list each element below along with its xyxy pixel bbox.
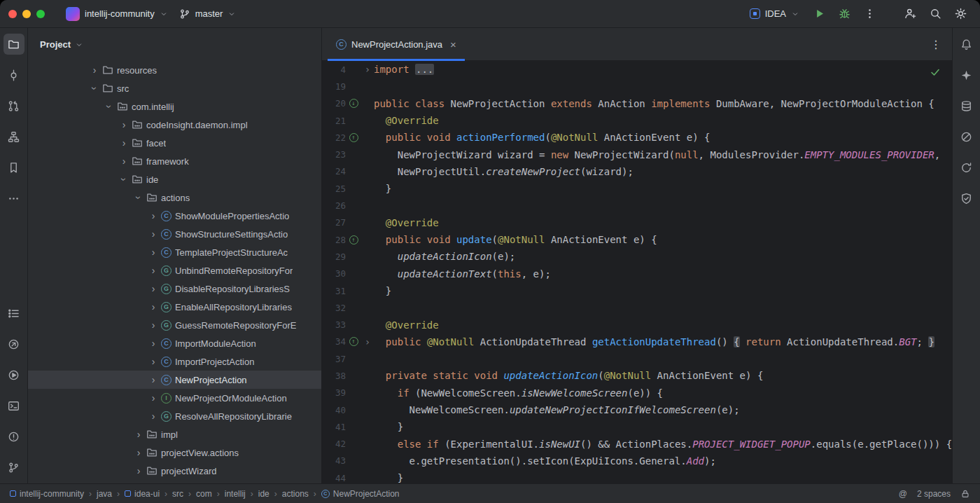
breadcrumb-item-actions[interactable]: actions: [282, 489, 309, 499]
breadcrumb-item-src[interactable]: src: [172, 489, 183, 499]
tree-item-enableallrepositorylibraries[interactable]: ›GEnableAllRepositoryLibraries: [28, 298, 321, 316]
breadcrumb-item-newprojectaction[interactable]: CNewProjectAction: [321, 489, 400, 499]
tool-window-button-notifications[interactable]: [956, 34, 977, 55]
line-number[interactable]: 19: [322, 81, 346, 92]
code-line-33[interactable]: 33 @Override: [322, 316, 952, 333]
code-line-27[interactable]: 27 @Override: [322, 214, 952, 231]
fold-chevron-icon[interactable]: ›: [365, 64, 370, 74]
line-number[interactable]: 4: [322, 64, 346, 75]
code-line-29[interactable]: 29 updateActionIcon(e);: [322, 248, 952, 265]
minimize-window-button[interactable]: [22, 10, 31, 18]
code-line-38[interactable]: 38 private static void updateActionIcon(…: [322, 367, 952, 384]
tool-window-button-build-sync[interactable]: [956, 157, 977, 178]
chevron-collapsed-icon[interactable]: ›: [148, 247, 159, 257]
code-line-43[interactable]: 43 e.getPresentation().setIcon(ExpUiIcon…: [322, 453, 952, 469]
breadcrumb-item-com[interactable]: com: [196, 489, 212, 499]
tree-item-showstructuresettingsactio[interactable]: ›CShowStructureSettingsActio: [28, 225, 321, 243]
chevron-collapsed-icon[interactable]: ›: [118, 138, 130, 148]
tree-item-importmoduleaction[interactable]: ›CImportModuleAction: [28, 334, 321, 352]
tool-window-button-version-control[interactable]: [4, 457, 24, 478]
line-number[interactable]: 41: [322, 422, 346, 432]
chevron-expanded-icon[interactable]: ›: [104, 101, 114, 112]
tool-window-button-project[interactable]: [4, 34, 24, 55]
line-number[interactable]: 31: [322, 286, 346, 296]
indent-widget[interactable]: 2 spaces: [917, 489, 951, 499]
tree-item-actions[interactable]: ›actions: [28, 188, 321, 207]
chevron-expanded-icon[interactable]: ›: [134, 192, 144, 203]
tree-item-newprojectormoduleaction[interactable]: ›INewProjectOrModuleAction: [28, 389, 321, 407]
overrides-method-marker-icon[interactable]: ↑: [349, 235, 358, 244]
tree-item-projectview-actions[interactable]: ›projectView.actions: [28, 443, 321, 462]
code-line-20[interactable]: 20↓public class NewProjectAction extends…: [322, 95, 952, 112]
line-number[interactable]: 25: [322, 184, 346, 194]
tool-window-button-coverage[interactable]: [956, 126, 977, 147]
run-button[interactable]: [808, 3, 830, 25]
code-line-28[interactable]: 28↑ public void update(@NotNull AnAction…: [322, 231, 952, 248]
at-icon[interactable]: @: [899, 489, 907, 499]
tool-window-button-bookmarks[interactable]: [4, 157, 24, 178]
tree-item-templateprojectstructureac[interactable]: ›CTemplateProjectStructureAc: [28, 243, 321, 261]
chevron-collapsed-icon[interactable]: ›: [148, 211, 159, 221]
chevron-collapsed-icon[interactable]: ›: [148, 302, 159, 312]
is-overridden-marker-icon[interactable]: ↓: [349, 99, 358, 108]
chevron-collapsed-icon[interactable]: ›: [148, 320, 159, 330]
code-line-19[interactable]: 19: [322, 78, 952, 95]
line-number[interactable]: 30: [322, 268, 346, 279]
tool-window-button-dependency-checker[interactable]: [956, 188, 977, 209]
debug-button[interactable]: [833, 3, 855, 25]
tool-window-button-todo[interactable]: [4, 303, 24, 324]
line-number[interactable]: 26: [322, 200, 346, 211]
tool-window-button-more[interactable]: [4, 188, 24, 209]
tree-item-disablerepositorylibrariess[interactable]: ›GDisableRepositoryLibrariesS: [28, 280, 321, 298]
code-line-22[interactable]: 22↑ public void actionPerformed(@NotNull…: [322, 129, 952, 146]
line-number[interactable]: 27: [322, 217, 346, 228]
line-number[interactable]: 39: [322, 387, 346, 398]
chevron-collapsed-icon[interactable]: ›: [148, 411, 159, 421]
more-actions-button[interactable]: [858, 3, 881, 25]
code-line-39[interactable]: 39 if (NewWelcomeScreen.isNewWelcomeScre…: [322, 385, 952, 401]
tree-item-codeinsight-daemon-impl[interactable]: ›codeInsight.daemon.impl: [28, 116, 321, 134]
line-number[interactable]: 22: [322, 132, 346, 143]
close-tab-icon[interactable]: ×: [450, 39, 456, 50]
search-everywhere-button[interactable]: [924, 3, 946, 25]
tool-window-button-services[interactable]: [4, 333, 24, 354]
line-number[interactable]: 44: [322, 473, 346, 483]
code-line-34[interactable]: 34↑› public @NotNull ActionUpdateThread …: [322, 333, 952, 350]
tree-item-projectwizard[interactable]: ›projectWizard: [28, 462, 321, 480]
chevron-collapsed-icon[interactable]: ›: [118, 156, 130, 166]
tree-item-com-intellij[interactable]: ›com.intellij: [28, 97, 321, 116]
code-line-21[interactable]: 21 @Override: [322, 112, 952, 129]
chevron-collapsed-icon[interactable]: ›: [148, 338, 159, 348]
chevron-collapsed-icon[interactable]: ›: [133, 466, 144, 476]
code-line-32[interactable]: 32: [322, 299, 952, 316]
breadcrumb-item-intellij-community[interactable]: intellij-community: [10, 489, 84, 499]
tree-item-guessremoterepositoryfore[interactable]: ›GGuessRemoteRepositoryForE: [28, 316, 321, 334]
project-panel-header[interactable]: Project: [28, 28, 321, 61]
code-line-40[interactable]: 40 NewWelcomeScreen.updateNewProjectIcon…: [322, 401, 952, 418]
breadcrumb-item-idea-ui[interactable]: idea-ui: [125, 489, 160, 499]
close-window-button[interactable]: [8, 10, 17, 18]
chevron-expanded-icon[interactable]: ›: [119, 174, 129, 185]
chevron-collapsed-icon[interactable]: ›: [148, 266, 159, 275]
code-line-25[interactable]: 25 }: [322, 180, 952, 197]
zoom-window-button[interactable]: [36, 10, 45, 18]
tree-item-facet[interactable]: ›facet: [28, 134, 321, 152]
tool-window-button-pull-requests[interactable]: [4, 95, 24, 116]
line-number[interactable]: 34: [322, 336, 346, 347]
code-line-30[interactable]: 30 updateActionText(this, e);: [322, 266, 952, 282]
tree-item-unbindremoterepositoryfor[interactable]: ›GUnbindRemoteRepositoryFor: [28, 261, 321, 280]
inspections-status-icon[interactable]: [930, 67, 941, 78]
tree-item-src[interactable]: ›src: [28, 79, 321, 97]
line-number[interactable]: 43: [322, 455, 346, 466]
code-with-me-button[interactable]: [899, 3, 921, 25]
chevron-collapsed-icon[interactable]: ›: [148, 357, 159, 366]
overrides-method-marker-icon[interactable]: ↑: [349, 337, 358, 346]
code-line-44[interactable]: 44 }: [322, 469, 952, 483]
line-number[interactable]: 42: [322, 439, 346, 449]
line-number[interactable]: 40: [322, 405, 346, 415]
tool-window-button-database[interactable]: [956, 95, 977, 116]
breadcrumb-item-ide[interactable]: ide: [258, 489, 270, 499]
tree-item-showmodulepropertiesactio[interactable]: ›CShowModulePropertiesActio: [28, 207, 321, 225]
tree-item-resources[interactable]: ›resources: [28, 61, 321, 79]
line-number[interactable]: 24: [322, 166, 346, 177]
